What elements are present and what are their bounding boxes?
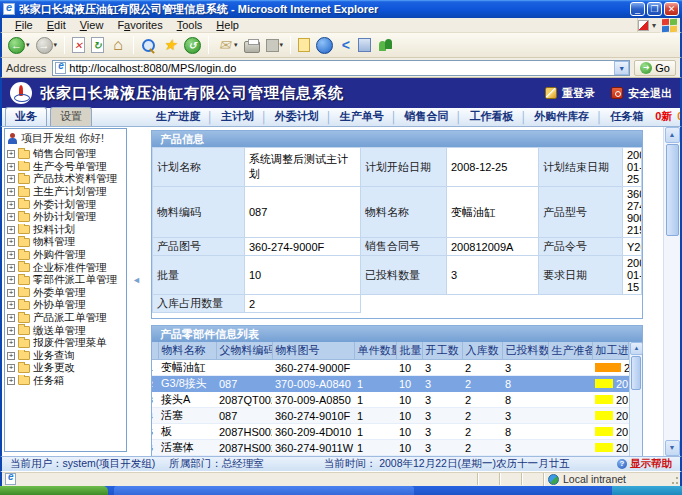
msn-button[interactable]	[375, 37, 396, 54]
search-button[interactable]	[139, 37, 158, 54]
expand-plus-icon[interactable]: +	[7, 201, 15, 209]
tree-item-5[interactable]: +外委计划管理	[7, 198, 126, 211]
tree-item-17[interactable]: +业务查询	[7, 350, 126, 363]
start-button[interactable]	[0, 486, 108, 495]
expand-plus-icon[interactable]: +	[7, 314, 15, 322]
address-dropdown[interactable]: ▼	[614, 61, 629, 75]
scroll-up-icon[interactable]: ▲	[665, 127, 680, 143]
expand-plus-icon[interactable]: +	[7, 226, 15, 234]
relogin-button[interactable]: 重登录	[545, 86, 595, 101]
expand-plus-icon[interactable]: +	[7, 301, 15, 309]
tree-item-18[interactable]: +业务更改	[7, 362, 126, 375]
tree-item-19[interactable]: +任务箱	[7, 375, 126, 388]
menu-help[interactable]: Help	[209, 19, 246, 31]
parts-row[interactable]: 3接头A2087QT002370-009-A085011032820 %	[152, 392, 629, 408]
expand-plus-icon[interactable]: +	[7, 238, 15, 246]
refresh-button[interactable]: ↻	[89, 36, 106, 54]
menu-tools[interactable]: Tools	[170, 19, 210, 31]
dropdown-caret[interactable]: ▾	[280, 41, 284, 49]
parts-row[interactable]: 1变幅油缸360-274-9000F1032329 %	[152, 360, 629, 376]
tree-item-2[interactable]: +生产令号单管理	[7, 161, 126, 174]
windows-taskbar[interactable]	[0, 486, 682, 495]
dropdown-caret[interactable]: ▾	[234, 41, 238, 49]
scroll-down-icon[interactable]: ▼	[665, 440, 680, 456]
parts-row[interactable]: 5板2087HS002360-209-4D01011032820 %	[152, 424, 629, 440]
nav-item-8[interactable]: 任务箱	[603, 109, 650, 124]
print-button[interactable]	[242, 37, 262, 54]
adobe-dropdown-caret[interactable]: ▾	[652, 21, 656, 30]
tree-item-1[interactable]: +销售合同管理	[7, 148, 126, 161]
address-input[interactable]: http://localhost:8080/MPS/login.do ▼	[52, 60, 630, 76]
parts-row[interactable]: 6活塞体2087HS002360-274-9011W11032320 %	[152, 440, 629, 456]
tree-item-3[interactable]: +产品技术资料管理	[7, 173, 126, 186]
nav-item-5[interactable]: 销售合同	[398, 109, 456, 124]
menu-favorites[interactable]: Favorites	[110, 19, 169, 31]
content-scrollbar[interactable]: ▲ ▼	[663, 127, 680, 456]
tree-item-16[interactable]: +报废件管理菜单	[7, 337, 126, 350]
tab-设置[interactable]: 设置	[50, 107, 92, 126]
scroll-thumb[interactable]	[631, 356, 641, 390]
tree-item-13[interactable]: +外协单管理	[7, 299, 126, 312]
tree-item-10[interactable]: +企业标准件管理	[7, 261, 126, 274]
nav-item-3[interactable]: 外委计划	[268, 109, 326, 124]
tree-item-11[interactable]: +零部件派工单管理	[7, 274, 126, 287]
menu-edit[interactable]: Edit	[40, 19, 73, 31]
resize-grip[interactable]	[671, 473, 679, 485]
expand-plus-icon[interactable]: +	[7, 364, 15, 372]
go-button[interactable]: ➜ Go	[634, 60, 676, 76]
expand-plus-icon[interactable]: +	[7, 251, 15, 259]
logout-button[interactable]: 安全退出	[611, 86, 672, 101]
back-button[interactable]: ←▾	[6, 36, 32, 55]
sidebar-collapse-handle[interactable]: ◄	[132, 275, 141, 285]
maximize-button[interactable]: ❐	[647, 2, 662, 16]
history-button[interactable]: ↺	[182, 36, 203, 55]
expand-plus-icon[interactable]: +	[7, 327, 15, 335]
parts-row[interactable]: 2G3/8接头087370-009-A084011032820 %	[152, 376, 629, 392]
adobe-pdf-icon[interactable]	[638, 20, 649, 31]
tree-item-9[interactable]: +外购件管理	[7, 249, 126, 262]
expand-plus-icon[interactable]: +	[7, 175, 15, 183]
dropdown-caret[interactable]: ▾	[54, 41, 58, 49]
close-button[interactable]: ✕	[664, 2, 679, 16]
expand-plus-icon[interactable]: +	[7, 352, 15, 360]
tree-item-14[interactable]: +产品派工单管理	[7, 312, 126, 325]
expand-plus-icon[interactable]: +	[7, 213, 15, 221]
nav-item-7[interactable]: 外购件库存	[527, 109, 596, 124]
tree-item-6[interactable]: +外协计划管理	[7, 211, 126, 224]
taskbar-button[interactable]	[114, 486, 414, 495]
expand-plus-icon[interactable]: +	[7, 276, 15, 284]
tab-业务[interactable]: 业务	[5, 107, 47, 126]
nav-item-2[interactable]: 主计划	[214, 109, 261, 124]
parts-row[interactable]: 7缸体总成087360-274-9200F11032419 %	[152, 456, 629, 457]
mail-button[interactable]: ✉▾	[214, 37, 240, 54]
home-button[interactable]: ⌂	[108, 36, 128, 55]
tree-item-15[interactable]: +缴送单管理	[7, 324, 126, 337]
favorites-button[interactable]: ★	[160, 36, 180, 55]
notes-button[interactable]	[296, 37, 312, 53]
expand-plus-icon[interactable]: +	[7, 163, 15, 171]
minimize-button[interactable]: _	[630, 2, 645, 16]
nav-item-6[interactable]: 工作看板	[462, 109, 520, 124]
expand-plus-icon[interactable]: +	[7, 289, 15, 297]
tree-item-12[interactable]: +外委单管理	[7, 287, 126, 300]
tree-item-7[interactable]: +投料计划	[7, 224, 126, 237]
parts-vertical-scrollbar[interactable]: ▲ ▼	[629, 342, 642, 456]
dropdown-caret[interactable]: ▾	[26, 41, 30, 49]
show-help-link[interactable]: ? 显示帮助	[617, 457, 672, 471]
expand-plus-icon[interactable]: +	[7, 150, 15, 158]
menu-file[interactable]: File	[8, 19, 40, 31]
expand-plus-icon[interactable]: +	[7, 339, 15, 347]
scroll-thumb[interactable]	[666, 144, 679, 236]
tree-item-8[interactable]: +物料管理	[7, 236, 126, 249]
messenger-button[interactable]	[314, 36, 335, 55]
expand-plus-icon[interactable]: +	[7, 264, 15, 272]
parts-row[interactable]: 4活塞087360-274-9010F11032320 %	[152, 408, 629, 424]
edit-button[interactable]: ▾	[264, 38, 286, 53]
tree-item-4[interactable]: +主生产计划管理	[7, 186, 126, 199]
nav-item-4[interactable]: 生产单号	[333, 109, 391, 124]
forward-button[interactable]: →▾	[34, 36, 60, 55]
menu-view[interactable]: View	[73, 19, 111, 31]
scroll-up-icon[interactable]: ▲	[630, 342, 643, 355]
stop-button[interactable]: ✕	[70, 36, 87, 54]
swish-button[interactable]: <	[337, 37, 354, 54]
